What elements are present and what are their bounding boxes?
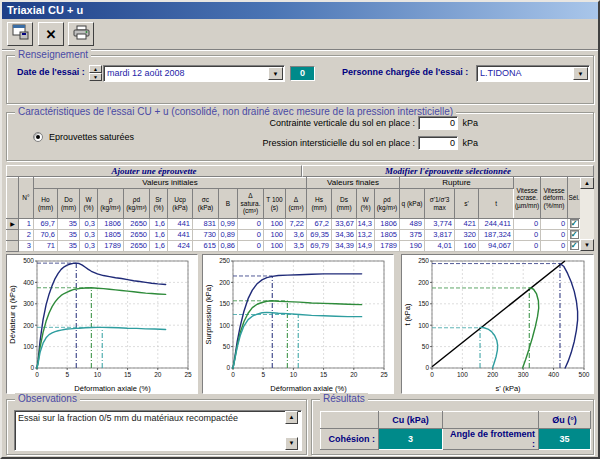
pression-input[interactable]: 0 bbox=[418, 136, 458, 150]
grid-cell[interactable]: 1789 bbox=[98, 241, 124, 252]
grid-cell[interactable]: 100 bbox=[264, 230, 286, 241]
select-checkbox[interactable]: ✓ bbox=[570, 241, 579, 250]
grid-cell[interactable]: 615 bbox=[193, 241, 219, 252]
grid-cell[interactable]: 2650 bbox=[124, 230, 150, 241]
grid-cell[interactable]: 33,67 bbox=[332, 219, 357, 230]
grid-cell[interactable]: 0,86 bbox=[219, 241, 238, 252]
row-indicator[interactable] bbox=[7, 230, 19, 241]
grid-cell[interactable]: 3,5 bbox=[286, 241, 307, 252]
grid-cell[interactable]: 69,7 bbox=[34, 219, 58, 230]
grid-cell[interactable]: 100 bbox=[264, 241, 286, 252]
grid-cell[interactable]: 67,2 bbox=[307, 219, 332, 230]
table-row[interactable]: 371350,3178926501,64246150,8601003,569,7… bbox=[7, 241, 581, 252]
grid-cell[interactable]: 0 bbox=[541, 241, 568, 252]
grid-cell[interactable]: 187,324 bbox=[479, 230, 514, 241]
grid-cell[interactable]: 244,411 bbox=[479, 219, 514, 230]
grid-cell[interactable]: 14,9 bbox=[357, 241, 375, 252]
grid-cell[interactable]: 2650 bbox=[124, 241, 150, 252]
grid-cell[interactable]: 0,3 bbox=[80, 219, 98, 230]
row-indicator[interactable] bbox=[7, 241, 19, 252]
delete-button[interactable]: ✕ bbox=[38, 22, 64, 46]
grid-cell[interactable]: 1805 bbox=[98, 230, 124, 241]
grid-cell[interactable]: 0 bbox=[514, 230, 541, 241]
print-button[interactable] bbox=[68, 22, 94, 46]
contrainte-input[interactable]: 0 bbox=[418, 116, 458, 130]
grid-cell[interactable]: 69,35 bbox=[307, 230, 332, 241]
grid-cell[interactable]: 1,6 bbox=[150, 230, 168, 241]
date-combobox[interactable]: mardi 12 août 2008 ▼ bbox=[103, 65, 285, 82]
grid-scrollbar[interactable]: ▲ ▼ bbox=[580, 177, 594, 251]
grid-cell[interactable]: 831 bbox=[193, 219, 219, 230]
add-specimen-button[interactable]: Ajouter une éprouvette bbox=[6, 165, 302, 177]
grid-cell[interactable]: 160 bbox=[455, 241, 479, 252]
grid-cell[interactable]: 0 bbox=[238, 241, 264, 252]
grid-cell[interactable]: 70,6 bbox=[34, 230, 58, 241]
observations-textarea[interactable]: Essai sur la fraction 0/5 mm du matériau… bbox=[14, 410, 302, 451]
chevron-down-icon[interactable]: ▼ bbox=[573, 67, 588, 80]
row-indicator[interactable]: ▶ bbox=[7, 219, 19, 230]
grid-cell[interactable]: 1 bbox=[19, 219, 34, 230]
select-cell[interactable]: ✓ bbox=[568, 241, 581, 252]
grid-cell[interactable]: 0 bbox=[238, 230, 264, 241]
grid-cell[interactable]: 1805 bbox=[375, 230, 400, 241]
grid-cell[interactable]: 13,2 bbox=[357, 230, 375, 241]
grid-cell[interactable]: 1806 bbox=[98, 219, 124, 230]
grid-cell[interactable]: 71 bbox=[34, 241, 58, 252]
grid-cell[interactable]: 34,36 bbox=[332, 230, 357, 241]
date-spinner[interactable]: ▲ ▼ bbox=[89, 65, 102, 82]
grid-cell[interactable]: 0 bbox=[514, 219, 541, 230]
grid-cell[interactable]: 0 bbox=[514, 241, 541, 252]
chevron-down-icon[interactable]: ▼ bbox=[268, 67, 283, 80]
grid-cell[interactable]: 489 bbox=[400, 219, 425, 230]
grid-cell[interactable]: 3,774 bbox=[425, 219, 455, 230]
table-row[interactable]: ▶169,7350,3180626501,64418310,9901007,22… bbox=[7, 219, 581, 230]
grid-cell[interactable]: 0,89 bbox=[219, 230, 238, 241]
grid-cell[interactable]: 35 bbox=[58, 241, 80, 252]
obs-scroll-up-icon[interactable]: ▲ bbox=[285, 411, 298, 424]
grid-cell[interactable]: 2 bbox=[19, 230, 34, 241]
grid-cell[interactable]: 100 bbox=[264, 219, 286, 230]
grid-cell[interactable]: 7,22 bbox=[286, 219, 307, 230]
scroll-down-icon[interactable]: ▼ bbox=[580, 239, 594, 251]
grid-cell[interactable]: 1789 bbox=[375, 241, 400, 252]
grid-cell[interactable]: 3,817 bbox=[425, 230, 455, 241]
grid-cell[interactable]: 0,3 bbox=[80, 230, 98, 241]
grid-cell[interactable]: 730 bbox=[193, 230, 219, 241]
spin-up-icon[interactable]: ▲ bbox=[89, 65, 102, 73]
select-checkbox[interactable]: ✓ bbox=[570, 219, 579, 228]
grid-cell[interactable]: 190 bbox=[400, 241, 425, 252]
grid-cell[interactable]: 35 bbox=[58, 219, 80, 230]
grid-cell[interactable]: 69,79 bbox=[307, 241, 332, 252]
eprouvettes-saturees-radio[interactable] bbox=[33, 132, 43, 142]
grid-cell[interactable]: 2650 bbox=[124, 219, 150, 230]
save-button[interactable] bbox=[7, 22, 33, 46]
grid-cell[interactable]: 0,3 bbox=[80, 241, 98, 252]
grid-cell[interactable]: 320 bbox=[455, 230, 479, 241]
person-combobox[interactable]: L.TIDONA ▼ bbox=[476, 65, 590, 82]
grid-cell[interactable]: 375 bbox=[400, 230, 425, 241]
grid-cell[interactable]: 421 bbox=[455, 219, 479, 230]
select-checkbox[interactable]: ✓ bbox=[570, 230, 579, 239]
grid-cell[interactable]: 0 bbox=[238, 219, 264, 230]
select-cell[interactable]: ✓ bbox=[568, 219, 581, 230]
scroll-up-icon[interactable]: ▲ bbox=[580, 177, 594, 189]
grid-cell[interactable]: 0,99 bbox=[219, 219, 238, 230]
table-row[interactable]: 270,6350,3180526501,64417300,8901003,669… bbox=[7, 230, 581, 241]
modify-specimen-button[interactable]: Modifier l'éprouvette sélectionnée bbox=[302, 165, 594, 177]
grid-cell[interactable]: 3,6 bbox=[286, 230, 307, 241]
spin-down-icon[interactable]: ▼ bbox=[89, 73, 102, 81]
grid-cell[interactable]: 94,067 bbox=[479, 241, 514, 252]
grid-cell[interactable]: 3 bbox=[19, 241, 34, 252]
grid-cell[interactable]: 35 bbox=[58, 230, 80, 241]
grid-cell[interactable]: 0 bbox=[541, 230, 568, 241]
grid-cell[interactable]: 1,6 bbox=[150, 241, 168, 252]
grid-cell[interactable]: 441 bbox=[168, 230, 193, 241]
grid-cell[interactable]: 34,39 bbox=[332, 241, 357, 252]
grid-cell[interactable]: 441 bbox=[168, 219, 193, 230]
select-cell[interactable]: ✓ bbox=[568, 230, 581, 241]
grid-cell[interactable]: 4,01 bbox=[425, 241, 455, 252]
obs-scroll-down-icon[interactable]: ▼ bbox=[285, 437, 298, 450]
grid-cell[interactable]: 1806 bbox=[375, 219, 400, 230]
grid-cell[interactable]: 14,3 bbox=[357, 219, 375, 230]
grid-cell[interactable]: 0 bbox=[541, 219, 568, 230]
